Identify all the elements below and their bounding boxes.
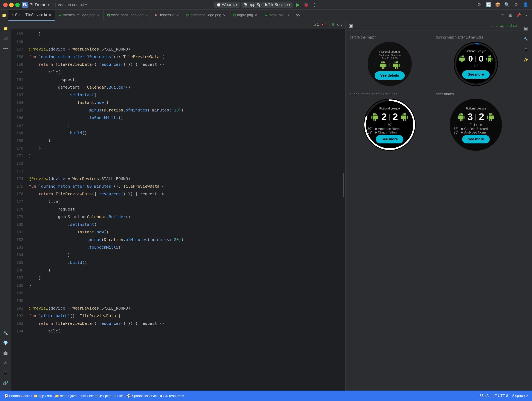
code-line [29, 289, 342, 297]
file-tree-toggle[interactable]: 📁 [1, 12, 8, 19]
tab-close-button[interactable]: ✕ [222, 13, 226, 17]
code-line: tile( [29, 68, 342, 76]
line-number: 160 [14, 68, 25, 76]
before-date: Jun 21, 19:00 [379, 57, 401, 60]
settings-icon[interactable]: ⚙ [513, 1, 519, 8]
line-number: 176 [14, 190, 25, 198]
after-teams: 3 | 2 [457, 111, 495, 122]
code-line: } [29, 152, 342, 160]
line-number: 162 [14, 83, 25, 91]
tab-helpers[interactable]: K Helpers.kt ✕ [152, 10, 183, 21]
sidebar-project-icon[interactable]: 📁 [1, 24, 10, 33]
watch-wrapper-during80: Fictional League 2 | 2 [349, 99, 430, 151]
minimize-traffic-light[interactable] [9, 3, 14, 7]
chevron-up-icon[interactable]: ∧ [336, 22, 339, 27]
code-line: fun `during match after 80 minutes`(): T… [29, 182, 342, 190]
code-lines[interactable]: } @Preview(device = WearDevices.SMALL_RO… [27, 28, 342, 391]
account-icon[interactable]: 👤 [522, 1, 529, 8]
service-selector[interactable]: 📡 app.SportsTileService ▾ [241, 2, 293, 8]
tabbar: 📁 K SportsTileService.kt ✕ 🖼 themes_fc_l… [0, 10, 532, 21]
preview-card-during80: during match after 80 minutes Fictional … [349, 92, 430, 151]
tab-close-button[interactable]: ✕ [48, 13, 52, 17]
tab-close-button[interactable]: ✕ [287, 13, 291, 17]
line-number: 187 [14, 274, 25, 282]
chevron-down-icon[interactable]: ∨ [340, 22, 343, 27]
traffic-lights [3, 3, 20, 7]
chevron-down-icon: ▾ [48, 3, 49, 6]
editor-scrollbar[interactable] [342, 28, 345, 391]
sidebar-git-icon[interactable]: 🔗 [1, 379, 10, 387]
tab-sports-tile-service[interactable]: K SportsTileService.kt ✕ [8, 10, 55, 21]
code-line: .toEpochMilli() [29, 114, 342, 122]
maximize-traffic-light[interactable] [15, 3, 20, 7]
run-button[interactable]: ▶ [294, 1, 301, 8]
sidebar-more-icon[interactable]: ••• [1, 44, 10, 53]
tab-close-button[interactable]: ✕ [176, 13, 179, 17]
panel-icon: ▣ [349, 23, 353, 28]
search-everywhere-icon[interactable]: 🔍 [503, 1, 510, 8]
preview-panel: ▣ ✓ ✓ Up-to-date before the match Fictio… [345, 21, 520, 391]
see-more-button-after[interactable]: See more [462, 135, 490, 143]
sidebar-plugins-icon[interactable]: 🔧 [1, 328, 10, 337]
tab-logo1[interactable]: 🖼 logo1.pn... ✕ [261, 10, 294, 21]
sdk-manager-icon[interactable]: 📦 [494, 1, 501, 8]
project-selector[interactable]: PL PLDemo ▾ [22, 2, 49, 8]
service-chevron-icon: ▾ [289, 3, 290, 6]
tab-close-button[interactable]: ✕ [96, 13, 100, 17]
tab-logo2[interactable]: 🖼 logo2.png ✕ [229, 10, 261, 21]
code-editor: ⚠ 1 ✖ 4 ✓ 5 ∧ ∨ 155156157158159160161162… [11, 21, 345, 391]
line-number: 167 [14, 122, 25, 129]
panel-toggle[interactable]: ▣ [349, 23, 353, 28]
right-sidebar-preview-icon[interactable]: ▣ [522, 24, 531, 33]
run-config-icon[interactable]: ⚙ [476, 1, 483, 8]
after-goals: 85' Garfield Bernard 70' Ambrose Norm [450, 127, 502, 134]
tab-close-button[interactable]: ✕ [254, 13, 258, 17]
more-tabs-icon[interactable]: ⋮ [523, 12, 530, 19]
version-control[interactable]: Version control ▾ [58, 2, 87, 7]
line-number: 191 [14, 304, 25, 312]
after-goal-scorer-1: Garfield Bernard [464, 127, 488, 131]
tab-richmond-logo[interactable]: 🖼 richmond_logo.png ✕ [183, 10, 229, 21]
code-line: request, [29, 76, 342, 83]
code-line: @Preview(device = WearDevices.SMALL_ROUN… [29, 45, 342, 53]
see-details-button[interactable]: See details [375, 71, 405, 80]
right-sidebar-device-icon[interactable]: 📱 [522, 45, 531, 54]
scrollbar-thumb[interactable] [343, 173, 344, 197]
code-line [29, 297, 342, 304]
sidebar-android-icon[interactable]: 🤖 [1, 348, 10, 357]
tab-themes-logo[interactable]: 🖼 themes_fc_logo.png ✕ [55, 10, 104, 21]
code-content-area[interactable]: 1551561571581591601611621631641651661671… [11, 28, 345, 391]
tab-overflow-button[interactable]: ≫ [294, 13, 302, 18]
sidebar-warning-icon[interactable]: ⚠ [1, 358, 10, 367]
code-line: tile( [29, 198, 342, 205]
tab-close-button[interactable]: ✕ [145, 13, 148, 17]
code-line: gameStart = Calendar.Builder() [29, 213, 342, 221]
close-traffic-light[interactable] [3, 3, 8, 7]
tab-west-ham-logo[interactable]: 🖼 west_ham_logo.png ✕ [104, 10, 152, 21]
pin-tab-icon[interactable]: 📌 [515, 12, 522, 19]
watch-icon: ⌚ [216, 3, 221, 7]
right-sidebar-tools-icon[interactable]: 🔧 [522, 35, 531, 43]
wear-label: Wear 4 [222, 2, 235, 7]
split-vertically-icon[interactable]: ⊞ [507, 12, 514, 19]
sidebar-sketch-icon[interactable]: 💎 [1, 339, 10, 347]
sync-icon[interactable]: 🔄 [485, 1, 492, 8]
preview-label-after: after match [436, 92, 516, 96]
right-sidebar-magic-icon[interactable]: ✨ [522, 55, 531, 64]
wear-selector[interactable]: ⌚ Wear 4 ▾ [214, 2, 240, 8]
code-line: @Preview(device = WearDevices.SMALL_ROUN… [29, 175, 342, 182]
line-number: 183 [14, 243, 25, 251]
line-number: 178 [14, 205, 25, 213]
sidebar-device-icon[interactable]: 📱 [1, 369, 10, 377]
sidebar-vcs-icon[interactable]: ⎇ [1, 34, 10, 43]
debug-button[interactable]: 🐞 [303, 1, 310, 8]
title-actions: ⚙ 🔄 📦 🔍 ⚙ 👤 [476, 1, 529, 8]
tab-list-icon[interactable]: ≡ [499, 12, 506, 19]
project-name: PLDemo [29, 2, 47, 7]
more-actions-button[interactable]: ⋮ [311, 1, 318, 8]
code-line: .build() [29, 259, 342, 266]
tab-label: Helpers.kt [158, 13, 175, 17]
code-line: gameStart = Calendar.Builder() [29, 83, 342, 91]
up-to-date-text: ✓ Up-to-date [496, 24, 517, 28]
code-line: ) [29, 122, 342, 129]
